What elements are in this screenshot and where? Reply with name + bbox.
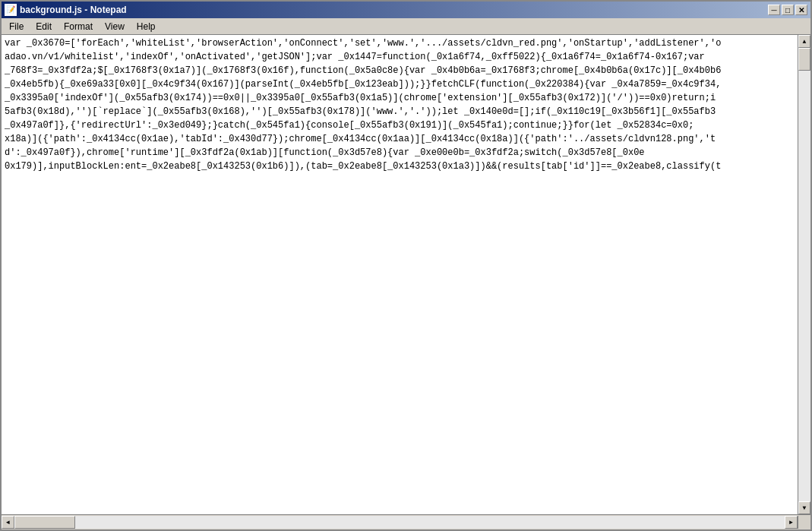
scroll-thumb-vertical[interactable] [798, 48, 810, 71]
window-controls: ─ □ ✕ [768, 5, 807, 15]
scroll-thumb-horizontal[interactable] [14, 516, 75, 529]
code-editor[interactable]: var _0x3670=['forEach','whiteList','brow… [2, 35, 798, 514]
menu-view[interactable]: View [99, 18, 131, 34]
scrollbar-corner [798, 516, 810, 529]
scroll-down-button[interactable]: ▼ [798, 501, 810, 514]
scroll-track-horizontal[interactable] [14, 516, 785, 529]
app-icon: 📝 [5, 4, 17, 16]
restore-button[interactable]: □ [782, 5, 794, 15]
editor-area: var _0x3670=['forEach','whiteList','brow… [2, 35, 810, 514]
scroll-track-vertical[interactable] [798, 48, 810, 501]
horizontal-scrollbar: ◄ ► [2, 516, 798, 529]
vertical-scrollbar: ▲ ▼ [798, 35, 810, 514]
notepad-window: 📝 background.js - Notepad ─ □ ✕ File Edi… [0, 0, 812, 531]
scroll-right-button[interactable]: ► [785, 516, 798, 529]
menu-edit[interactable]: Edit [30, 18, 58, 34]
scroll-up-button[interactable]: ▲ [798, 35, 810, 48]
bottom-bar: ◄ ► [2, 514, 810, 529]
title-bar-left: 📝 background.js - Notepad [5, 4, 127, 16]
scroll-left-button[interactable]: ◄ [2, 516, 14, 529]
close-button[interactable]: ✕ [795, 5, 807, 15]
minimize-button[interactable]: ─ [768, 5, 780, 15]
menu-file[interactable]: File [3, 18, 30, 34]
menu-format[interactable]: Format [58, 18, 99, 34]
title-bar: 📝 background.js - Notepad ─ □ ✕ [2, 2, 810, 18]
window-title: background.js - Notepad [20, 5, 127, 15]
menu-bar: File Edit Format View Help [2, 18, 810, 35]
menu-help[interactable]: Help [131, 18, 162, 34]
